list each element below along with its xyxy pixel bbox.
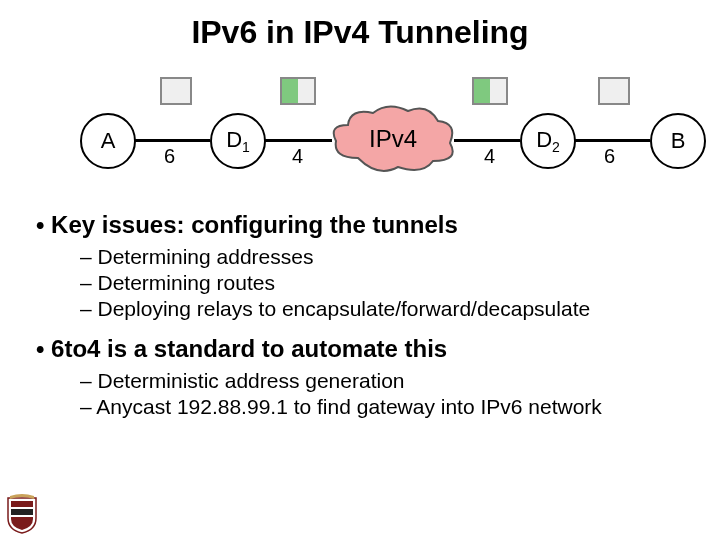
bullet-main: 6to4 is a standard to automate this [36, 335, 447, 362]
packet-box-encap [472, 77, 508, 105]
packet-box [160, 77, 192, 105]
svg-rect-0 [11, 501, 33, 507]
bullet-list: Key issues: configuring the tunnels Dete… [30, 211, 690, 419]
node-label: B [671, 128, 686, 154]
link [574, 139, 650, 142]
link-label: 4 [484, 145, 495, 168]
link-label: 6 [604, 145, 615, 168]
node-label: D1 [226, 127, 250, 155]
brown-crest-icon [6, 494, 38, 534]
sub-bullet-list: Determining addresses Determining routes… [80, 245, 690, 321]
link [134, 139, 210, 142]
svg-rect-1 [11, 509, 33, 515]
node-d2: D2 [520, 113, 576, 169]
link [264, 139, 332, 142]
sub-bullet: Anycast 192.88.99.1 to find gateway into… [80, 395, 690, 419]
cloud-ipv4: IPv4 [328, 103, 458, 177]
tunnel-diagram: A D1 IPv4 D2 B 6 4 4 6 [30, 73, 690, 183]
cloud-label: IPv4 [328, 125, 458, 153]
node-a: A [80, 113, 136, 169]
sub-bullet: Determining addresses [80, 245, 690, 269]
packet-box [598, 77, 630, 105]
node-d1: D1 [210, 113, 266, 169]
bullet-main: Key issues: configuring the tunnels [36, 211, 458, 238]
link-label: 6 [164, 145, 175, 168]
node-label: D2 [536, 127, 560, 155]
sub-bullet: Deterministic address generation [80, 369, 690, 393]
packet-box-encap [280, 77, 316, 105]
node-b: B [650, 113, 706, 169]
sub-bullet-list: Deterministic address generation Anycast… [80, 369, 690, 419]
page-title: IPv6 in IPv4 Tunneling [30, 14, 690, 51]
sub-bullet: Determining routes [80, 271, 690, 295]
link [454, 139, 520, 142]
node-label: A [101, 128, 116, 154]
slide: IPv6 in IPv4 Tunneling A D1 IPv4 D2 B 6 … [0, 0, 720, 540]
sub-bullet: Deploying relays to encapsulate/forward/… [80, 297, 690, 321]
link-label: 4 [292, 145, 303, 168]
